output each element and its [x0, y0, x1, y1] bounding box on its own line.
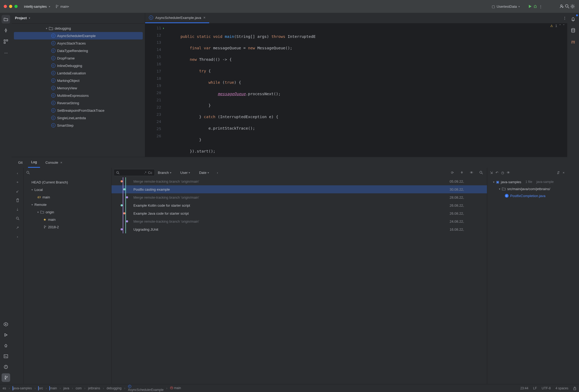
run-config-selector[interactable]: ▢ UsertestData ▾	[492, 5, 525, 9]
breadcrumb-item[interactable]: es	[3, 386, 6, 390]
breadcrumb-item[interactable]: jetbrains	[88, 386, 100, 390]
commit-tool-button[interactable]	[2, 26, 10, 35]
project-tool-button[interactable]	[2, 15, 10, 23]
log-search-input[interactable]: .* Cc	[114, 169, 155, 176]
next-icon[interactable]: ˅	[563, 24, 565, 28]
chevron-down-icon[interactable]: ▾	[29, 17, 30, 19]
commit-row[interactable]: Merge remote-tracking branch 'origin/mai…	[112, 217, 487, 225]
commit-row[interactable]: Example Java code for starter script26.0…	[112, 209, 487, 217]
run-tool-button[interactable]	[2, 331, 10, 339]
tree-class-item[interactable]: CLambdaEvaluation	[14, 69, 143, 77]
tree-class-item[interactable]: CMultilineExpressions	[14, 92, 143, 99]
breadcrumb-item[interactable]: C AsyncSchedulerExample	[128, 385, 164, 392]
commit-row[interactable]: Postfix casting example30.08.22,	[112, 185, 487, 193]
branch-origin-main[interactable]: ★main	[26, 216, 109, 223]
code-with-me-icon[interactable]	[559, 4, 565, 9]
collapse-diff-icon[interactable]: ⇲	[490, 171, 493, 175]
tree-class-item[interactable]: CSingleLineLambda	[14, 114, 143, 122]
tree-class-item[interactable]: CDropFrame	[14, 54, 143, 62]
inspection-widget[interactable]: ⚠ 1 ˄ ˅	[550, 24, 565, 28]
close-icon[interactable]: ×	[60, 161, 62, 165]
branch-local-main[interactable]: 🏷main	[26, 193, 109, 201]
tree-folder[interactable]: ▾ debugging	[14, 25, 143, 32]
tree-class-item[interactable]: CSetBreakpointFromStackTrace	[14, 107, 143, 114]
branch-head[interactable]: HEAD (Current Branch)	[26, 178, 109, 186]
undo-icon[interactable]: ↶	[495, 171, 498, 175]
more-tools-button[interactable]: ⋯	[2, 49, 10, 57]
commit-row[interactable]: Merge remote-tracking branch 'origin/mai…	[112, 177, 487, 185]
branch-filter[interactable]: Branch▾	[157, 171, 177, 175]
tree-class-item[interactable]: CSmartStep	[14, 122, 143, 129]
commit-list[interactable]: Merge remote-tracking branch 'origin/mai…	[112, 177, 487, 384]
status-time[interactable]: 23:44	[520, 386, 528, 390]
more-actions-button[interactable]: ⋮	[538, 4, 543, 9]
maven-button[interactable]: m	[569, 37, 577, 46]
breadcrumb-item[interactable]: debugging	[106, 386, 121, 390]
breadcrumb-item[interactable]: java	[63, 386, 69, 390]
commit-row[interactable]: Upgrading JUnit16.08.22,	[112, 225, 487, 233]
services-button[interactable]	[2, 320, 10, 329]
tree-class-item[interactable]: CAsyncStackTraces	[14, 39, 143, 47]
breadcrumb-item[interactable]: java-samples	[13, 386, 32, 390]
debug-button[interactable]	[533, 4, 538, 9]
prev-icon[interactable]: ˄	[559, 24, 561, 28]
breadcrumb-item[interactable]: src	[38, 386, 43, 390]
branch-group-remote[interactable]: ▾Remote	[26, 201, 109, 208]
regex-toggle[interactable]: .*	[144, 171, 146, 175]
search-icon[interactable]	[14, 215, 21, 222]
breadcrumb-item[interactable]: ⓜ main	[170, 386, 181, 390]
user-filter[interactable]: User▾	[179, 171, 196, 175]
chevron-down-icon[interactable]: ▾	[68, 5, 69, 8]
tree-class-item[interactable]: CMarkingObject	[14, 77, 143, 84]
branch-other[interactable]: 2018-2	[26, 223, 109, 231]
cherry-pick-icon[interactable]: ⚘	[458, 169, 466, 176]
git-tab-console[interactable]: Console ×	[42, 157, 65, 168]
maximize-window[interactable]	[14, 5, 18, 8]
tree-class-item[interactable]: CAsyncSchedulerExample	[14, 32, 143, 39]
expand-icon[interactable]: ›	[14, 233, 21, 240]
back-icon[interactable]: ‹	[14, 169, 21, 177]
eye-icon[interactable]: 👁	[468, 169, 475, 176]
git-tab-log[interactable]: Log	[28, 157, 40, 168]
gutter[interactable]: 11▸121314151617181920212223242526	[145, 23, 164, 157]
add-icon[interactable]: ＋	[14, 178, 21, 186]
settings-icon[interactable]	[570, 4, 575, 9]
build-button[interactable]	[2, 341, 10, 350]
commit-row[interactable]: Merge remote-tracking branch 'origin/mai…	[112, 193, 487, 201]
tree-class-item[interactable]: CMemoryView	[14, 84, 143, 92]
code-editor[interactable]: 11▸121314151617181920212223242526 ⚠ 1 ˄ …	[145, 23, 567, 157]
fetch-icon[interactable]: ⇣	[14, 206, 21, 213]
preview-icon[interactable]: 👁	[507, 171, 510, 175]
git-tool-button[interactable]	[2, 373, 10, 382]
status-indent[interactable]: 4 spaces	[556, 386, 568, 390]
notifications-button[interactable]	[569, 15, 577, 23]
breadcrumb-item[interactable]: com	[76, 386, 82, 390]
database-button[interactable]	[569, 26, 577, 35]
search-icon[interactable]	[477, 169, 485, 176]
branch-tree[interactable]: HEAD (Current Branch) ▾Local 🏷main ▾Remo…	[23, 177, 111, 384]
changed-files-tree[interactable]: ▾▣java-samples 1 file java-sample ▾src/m…	[487, 177, 567, 200]
lock-icon[interactable]	[573, 386, 576, 390]
expand-all-icon[interactable]: ⇵	[557, 171, 560, 175]
close-icon[interactable]: ×	[562, 171, 565, 175]
chevron-down-icon[interactable]: ▾	[49, 5, 50, 8]
close-window[interactable]	[4, 5, 7, 8]
tree-class-item[interactable]: CDataTypeRendering	[14, 47, 143, 54]
breadcrumbs[interactable]: es› java-samples› src› main›java›com›jet…	[3, 385, 181, 392]
history-icon[interactable]: ◷	[501, 171, 504, 175]
tree-class-item[interactable]: CInlineDebugging	[14, 62, 143, 69]
project-name[interactable]: intellij-samples	[24, 5, 47, 9]
date-filter[interactable]: Date▾	[198, 171, 215, 175]
code-content[interactable]: ⚠ 1 ˄ ˅ public static void main(String[]…	[164, 23, 567, 157]
structure-tool-button[interactable]	[2, 37, 10, 46]
tab-more-icon[interactable]: ⋮	[562, 15, 567, 21]
minimize-window[interactable]	[9, 5, 12, 8]
arrow-down-left-icon[interactable]: ↙	[14, 187, 21, 195]
problems-button[interactable]	[2, 363, 10, 371]
run-button[interactable]	[527, 4, 533, 9]
close-icon[interactable]: ×	[203, 15, 205, 20]
project-tree[interactable]: ▾ debugging CAsyncSchedulerExampleCAsync…	[12, 23, 145, 157]
branch-group-local[interactable]: ▾Local	[26, 186, 109, 193]
breadcrumb-item[interactable]: main	[49, 386, 57, 390]
search-icon[interactable]	[26, 171, 30, 174]
